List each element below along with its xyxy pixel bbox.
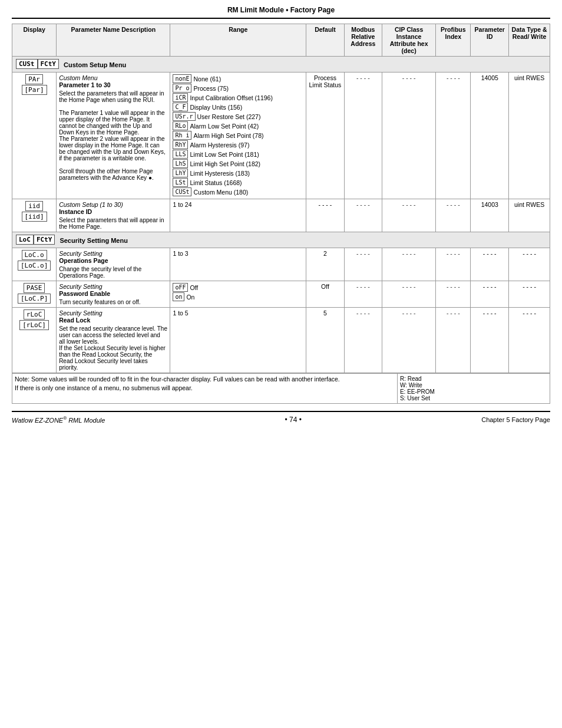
range-text: Alarm Low Set Point (42)	[190, 123, 259, 130]
legend-cell: R: Read W: Write E: EE-PROM S: User Set	[397, 374, 550, 404]
range-box: on	[173, 292, 184, 301]
default-cell: 2	[306, 248, 344, 281]
table-row: PAr[Par]Custom MenuParameter 1 to 30Sele…	[12, 73, 550, 199]
cip-cell: - - - -	[382, 248, 436, 281]
display-cell: iid[iid]	[12, 199, 57, 232]
footer-right: Chapter 5 Factory Page	[481, 416, 550, 423]
col-param-name: Parameter Name Description	[57, 24, 170, 57]
modbus-cell: - - - -	[344, 199, 382, 232]
range-box: LLS	[173, 150, 188, 159]
range-cell: 1 to 5	[170, 308, 306, 373]
range-text: Custom Menu (180)	[193, 189, 248, 196]
profibus-cell: - - - -	[436, 199, 471, 232]
range-item: 1 to 3	[173, 250, 303, 257]
range-box: C_F	[173, 103, 188, 111]
default-cell: Process Limit Status	[306, 73, 344, 199]
range-box: nonE	[173, 74, 191, 83]
param-lcd: PAr	[25, 74, 43, 84]
section-lcd-display: FCtY	[34, 235, 55, 245]
param-name-bold: Operations Page	[59, 257, 167, 264]
section-lcd-display: FCtY	[38, 59, 59, 69]
table-row: LoC.o[LoC.o]Security SettingOperations P…	[12, 248, 550, 281]
param-name-cell: Security SettingRead LockSet the read se…	[57, 308, 170, 373]
footer-notes-row: Note: Some values will be rounded off to…	[12, 374, 550, 404]
col-default: Default	[306, 24, 344, 57]
table-row: iid[iid]Custom Setup (1 to 30)Instance I…	[12, 199, 550, 232]
param-lcd: LoC.o	[22, 250, 47, 260]
range-item: 1 to 5	[173, 309, 303, 317]
range-item: Rh iAlarm High Set Point (78)	[173, 131, 303, 140]
section-label: Security Setting Menu	[59, 237, 128, 244]
param-name-cell: Custom Setup (1 to 30)Instance IDSelect …	[57, 199, 170, 232]
range-text: 1 to 5	[173, 309, 188, 317]
param-name-bold: Read Lock	[59, 317, 167, 324]
range-box: CUSt	[173, 187, 191, 196]
modbus-cell: - - - -	[344, 73, 382, 199]
range-text: User Restore Set (227)	[197, 113, 261, 120]
data-type-cell: uint RWES	[509, 199, 550, 232]
range-box: Rh i	[173, 131, 191, 140]
param-lcd: [LoC.P]	[18, 294, 51, 304]
range-box: iCR	[173, 93, 188, 102]
table-row: PASE[LoC.P]Security SettingPassword Enab…	[12, 281, 550, 308]
range-text: Limit Status (1668)	[190, 179, 242, 186]
table-row: rLoC[rLoC]Security SettingRead LockSet t…	[12, 308, 550, 373]
default-cell: - - - -	[306, 199, 344, 232]
range-box: Pr o	[173, 84, 191, 93]
range-text: Off	[190, 284, 198, 291]
modbus-cell: - - - -	[344, 281, 382, 308]
range-box: RLo	[173, 121, 188, 130]
profibus-cell: - - - -	[436, 281, 471, 308]
range-box: LhS	[173, 159, 188, 168]
col-data-type: Data Type & Read/ Write	[509, 24, 550, 57]
range-box: USr.r	[173, 112, 195, 121]
param-id-cell: - - - -	[471, 281, 509, 308]
param-name-bold: Parameter 1 to 30	[59, 81, 167, 88]
param-description: Turn security features on or off.	[59, 299, 167, 305]
section-lcd-display: CUSt	[16, 59, 38, 69]
param-name-italic: Security Setting	[59, 283, 167, 290]
param-name-bold: Instance ID	[59, 208, 167, 215]
data-type-cell: - - - -	[509, 248, 550, 281]
section-header-cell-security-setting: LoCFCtYSecurity Setting Menu	[12, 232, 550, 248]
range-text: None (61)	[193, 75, 221, 83]
param-id-cell: - - - -	[471, 248, 509, 281]
range-text: Process (75)	[193, 85, 229, 92]
param-lcd: PASE	[24, 283, 45, 293]
data-type-cell: - - - -	[509, 281, 550, 308]
cip-cell: - - - -	[382, 281, 436, 308]
col-display: Display	[12, 24, 57, 57]
range-box: oFF	[173, 283, 188, 292]
param-description: Set the read security clearance level. T…	[59, 325, 167, 371]
range-cell: oFFOffonOn	[170, 281, 306, 308]
param-name-cell: Custom MenuParameter 1 to 30Select the p…	[57, 73, 170, 199]
range-text: Alarm High Set Point (78)	[193, 132, 263, 139]
default-cell: Off	[306, 281, 344, 308]
default-cell: 5	[306, 308, 344, 373]
range-item: C_FDisplay Units (156)	[173, 103, 303, 111]
param-name-italic: Custom Setup (1 to 30)	[59, 201, 167, 208]
range-text: 1 to 24	[173, 201, 191, 208]
footer-note-1: Note: Some values will be rounded off to…	[15, 375, 395, 383]
footer-center: • 74 •	[285, 416, 302, 424]
table-header-row: Display Parameter Name Description Range…	[12, 24, 550, 57]
range-item: CUStCustom Menu (180)	[173, 187, 303, 196]
range-text: On	[186, 294, 194, 301]
profibus-cell: - - - -	[436, 248, 471, 281]
section-header-cell-custom-setup: CUStFCtYCustom Setup Menu	[12, 57, 550, 73]
range-item: onOn	[173, 292, 303, 301]
display-cell: rLoC[rLoC]	[12, 308, 57, 373]
data-type-cell: uint RWES	[509, 73, 550, 199]
display-cell: LoC.o[LoC.o]	[12, 248, 57, 281]
range-item: USr.rUser Restore Set (227)	[173, 112, 303, 121]
param-name-cell: Security SettingPassword EnableTurn secu…	[57, 281, 170, 308]
range-box: RhY	[173, 140, 188, 149]
section-header-custom-setup: CUStFCtYCustom Setup Menu	[12, 57, 550, 73]
range-item: nonENone (61)	[173, 74, 303, 83]
range-box: LhY	[173, 169, 188, 177]
range-text: 1 to 3	[173, 250, 188, 257]
param-id-cell: - - - -	[471, 308, 509, 373]
param-lcd: [LoC.o]	[18, 261, 51, 271]
col-profibus: Profibus Index	[436, 24, 471, 57]
range-text: Limit High Set Point (182)	[190, 160, 260, 167]
